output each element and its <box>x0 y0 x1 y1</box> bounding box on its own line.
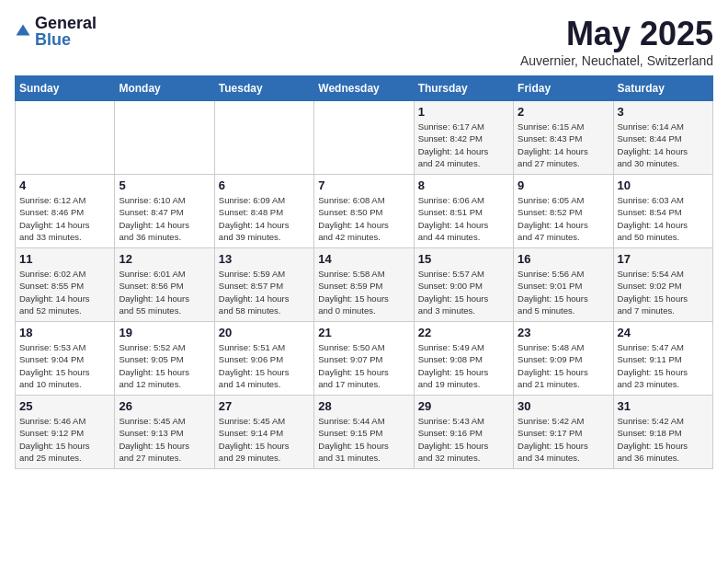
calendar-subtitle: Auvernier, Neuchatel, Switzerland <box>520 53 713 68</box>
day-info: Sunrise: 6:14 AM Sunset: 8:44 PM Dayligh… <box>618 121 709 169</box>
calendar-cell: 6Sunrise: 6:09 AM Sunset: 8:48 PM Daylig… <box>214 175 313 248</box>
day-info: Sunrise: 5:48 AM Sunset: 9:09 PM Dayligh… <box>518 341 609 390</box>
calendar-cell: 25Sunrise: 5:46 AM Sunset: 9:12 PM Dayli… <box>16 396 115 469</box>
calendar-table: SundayMondayTuesdayWednesdayThursdayFrid… <box>15 75 713 469</box>
day-info: Sunrise: 5:50 AM Sunset: 9:07 PM Dayligh… <box>318 341 409 390</box>
logo-icon <box>15 23 31 40</box>
header-cell-wednesday: Wednesday <box>314 76 414 101</box>
calendar-cell: 13Sunrise: 5:59 AM Sunset: 8:57 PM Dayli… <box>214 248 313 322</box>
day-number: 14 <box>318 252 409 266</box>
day-number: 30 <box>518 399 609 413</box>
calendar-cell: 31Sunrise: 5:42 AM Sunset: 9:18 PM Dayli… <box>613 396 712 469</box>
header-cell-thursday: Thursday <box>414 76 513 101</box>
day-number: 19 <box>119 326 210 339</box>
day-number: 5 <box>119 178 210 192</box>
calendar-row-5: 25Sunrise: 5:46 AM Sunset: 9:12 PM Dayli… <box>16 396 713 469</box>
day-number: 24 <box>618 326 709 339</box>
calendar-cell: 23Sunrise: 5:48 AM Sunset: 9:09 PM Dayli… <box>514 322 613 396</box>
day-info: Sunrise: 5:53 AM Sunset: 9:04 PM Dayligh… <box>19 341 110 390</box>
calendar-cell <box>214 101 313 175</box>
day-info: Sunrise: 5:47 AM Sunset: 9:11 PM Dayligh… <box>618 341 709 390</box>
calendar-row-1: 1Sunrise: 6:17 AM Sunset: 8:42 PM Daylig… <box>16 101 713 175</box>
day-number: 10 <box>618 178 709 192</box>
calendar-header: SundayMondayTuesdayWednesdayThursdayFrid… <box>16 76 713 101</box>
day-info: Sunrise: 5:51 AM Sunset: 9:06 PM Dayligh… <box>219 341 310 390</box>
calendar-cell: 8Sunrise: 6:06 AM Sunset: 8:51 PM Daylig… <box>414 175 513 248</box>
day-number: 29 <box>418 399 509 413</box>
day-number: 20 <box>219 326 310 339</box>
day-number: 18 <box>19 326 110 339</box>
day-info: Sunrise: 6:01 AM Sunset: 8:56 PM Dayligh… <box>119 268 210 316</box>
calendar-cell: 10Sunrise: 6:03 AM Sunset: 8:54 PM Dayli… <box>613 175 712 248</box>
day-number: 22 <box>418 326 509 339</box>
calendar-cell: 18Sunrise: 5:53 AM Sunset: 9:04 PM Dayli… <box>16 322 115 396</box>
day-info: Sunrise: 5:58 AM Sunset: 8:59 PM Dayligh… <box>318 268 409 316</box>
calendar-cell <box>314 101 414 175</box>
header-cell-saturday: Saturday <box>613 76 712 101</box>
calendar-cell: 14Sunrise: 5:58 AM Sunset: 8:59 PM Dayli… <box>314 248 414 322</box>
day-number: 7 <box>318 178 409 192</box>
title-area: May 2025 Auvernier, Neuchatel, Switzerla… <box>520 15 713 68</box>
calendar-cell: 30Sunrise: 5:42 AM Sunset: 9:17 PM Dayli… <box>514 396 613 469</box>
day-info: Sunrise: 6:05 AM Sunset: 8:52 PM Dayligh… <box>518 194 609 243</box>
calendar-cell: 21Sunrise: 5:50 AM Sunset: 9:07 PM Dayli… <box>314 322 414 396</box>
calendar-cell: 19Sunrise: 5:52 AM Sunset: 9:05 PM Dayli… <box>115 322 214 396</box>
day-info: Sunrise: 5:54 AM Sunset: 9:02 PM Dayligh… <box>618 268 709 316</box>
day-info: Sunrise: 5:44 AM Sunset: 9:15 PM Dayligh… <box>318 415 409 464</box>
day-info: Sunrise: 5:59 AM Sunset: 8:57 PM Dayligh… <box>219 268 310 316</box>
calendar-row-2: 4Sunrise: 6:12 AM Sunset: 8:46 PM Daylig… <box>16 175 713 248</box>
logo-text: General Blue <box>35 15 97 48</box>
logo-blue: Blue <box>35 31 97 48</box>
calendar-row-4: 18Sunrise: 5:53 AM Sunset: 9:04 PM Dayli… <box>16 322 713 396</box>
calendar-cell: 20Sunrise: 5:51 AM Sunset: 9:06 PM Dayli… <box>214 322 313 396</box>
calendar-cell: 26Sunrise: 5:45 AM Sunset: 9:13 PM Dayli… <box>115 396 214 469</box>
calendar-cell: 3Sunrise: 6:14 AM Sunset: 8:44 PM Daylig… <box>613 101 712 175</box>
day-info: Sunrise: 6:17 AM Sunset: 8:42 PM Dayligh… <box>418 121 509 169</box>
day-info: Sunrise: 5:57 AM Sunset: 9:00 PM Dayligh… <box>418 268 509 316</box>
day-number: 2 <box>518 105 609 119</box>
day-info: Sunrise: 6:08 AM Sunset: 8:50 PM Dayligh… <box>318 194 409 243</box>
header-row: SundayMondayTuesdayWednesdayThursdayFrid… <box>16 76 713 101</box>
calendar-cell: 29Sunrise: 5:43 AM Sunset: 9:16 PM Dayli… <box>414 396 513 469</box>
day-info: Sunrise: 6:10 AM Sunset: 8:47 PM Dayligh… <box>119 194 210 243</box>
logo: General Blue <box>15 15 97 48</box>
day-info: Sunrise: 6:12 AM Sunset: 8:46 PM Dayligh… <box>19 194 110 243</box>
calendar-body: 1Sunrise: 6:17 AM Sunset: 8:42 PM Daylig… <box>16 101 713 469</box>
day-number: 8 <box>418 178 509 192</box>
day-info: Sunrise: 5:52 AM Sunset: 9:05 PM Dayligh… <box>119 341 210 390</box>
day-number: 11 <box>19 252 110 266</box>
day-number: 3 <box>618 105 709 119</box>
day-info: Sunrise: 6:03 AM Sunset: 8:54 PM Dayligh… <box>618 194 709 243</box>
calendar-cell: 12Sunrise: 6:01 AM Sunset: 8:56 PM Dayli… <box>115 248 214 322</box>
day-number: 13 <box>219 252 310 266</box>
calendar-cell: 27Sunrise: 5:45 AM Sunset: 9:14 PM Dayli… <box>214 396 313 469</box>
day-number: 27 <box>219 399 310 413</box>
logo-general: General <box>35 15 97 31</box>
day-number: 15 <box>418 252 509 266</box>
calendar-cell: 17Sunrise: 5:54 AM Sunset: 9:02 PM Dayli… <box>613 248 712 322</box>
day-number: 21 <box>318 326 409 339</box>
calendar-cell: 28Sunrise: 5:44 AM Sunset: 9:15 PM Dayli… <box>314 396 414 469</box>
page-header: General Blue May 2025 Auvernier, Neuchat… <box>15 15 713 68</box>
header-cell-friday: Friday <box>514 76 613 101</box>
day-info: Sunrise: 6:09 AM Sunset: 8:48 PM Dayligh… <box>219 194 310 243</box>
calendar-cell: 11Sunrise: 6:02 AM Sunset: 8:55 PM Dayli… <box>16 248 115 322</box>
day-info: Sunrise: 5:56 AM Sunset: 9:01 PM Dayligh… <box>518 268 609 316</box>
day-number: 6 <box>219 178 310 192</box>
header-cell-monday: Monday <box>115 76 214 101</box>
day-info: Sunrise: 6:02 AM Sunset: 8:55 PM Dayligh… <box>19 268 110 316</box>
calendar-cell: 1Sunrise: 6:17 AM Sunset: 8:42 PM Daylig… <box>414 101 513 175</box>
calendar-cell: 24Sunrise: 5:47 AM Sunset: 9:11 PM Dayli… <box>613 322 712 396</box>
calendar-cell: 16Sunrise: 5:56 AM Sunset: 9:01 PM Dayli… <box>514 248 613 322</box>
day-number: 1 <box>418 105 509 119</box>
header-cell-tuesday: Tuesday <box>214 76 313 101</box>
day-number: 31 <box>618 399 709 413</box>
day-info: Sunrise: 5:46 AM Sunset: 9:12 PM Dayligh… <box>19 415 110 464</box>
day-number: 23 <box>518 326 609 339</box>
day-number: 28 <box>318 399 409 413</box>
calendar-cell: 7Sunrise: 6:08 AM Sunset: 8:50 PM Daylig… <box>314 175 414 248</box>
day-number: 12 <box>119 252 210 266</box>
calendar-cell <box>16 101 115 175</box>
calendar-cell <box>115 101 214 175</box>
day-number: 9 <box>518 178 609 192</box>
